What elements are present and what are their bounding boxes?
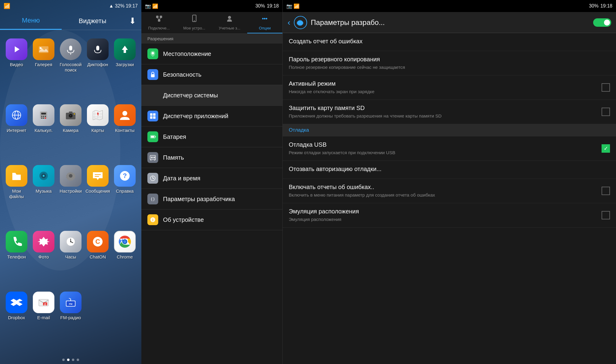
app-icon-chrome [114,231,136,252]
app-label-dropbox: Dropbox [8,315,25,320]
app-calculator[interactable]: Калькул. [30,102,57,162]
status-left: 📶 [4,3,10,9]
dev-option-backup-password[interactable]: Пароль резервного копирования Полное рез… [283,51,616,75]
app-internet[interactable]: Интернет [3,102,30,162]
app-voice-search[interactable]: Голосовой поиск [57,36,84,102]
app-gallery[interactable]: Галерея [30,36,57,102]
svg-rect-71 [151,74,155,77]
tab-menu[interactable]: Меню [0,12,62,30]
settings-item-app-manager-label: Диспетчер приложений [163,113,228,120]
app-dropbox[interactable]: Dropbox [3,289,30,350]
svg-marker-7 [122,46,128,53]
app-label-dictaphone: Диктофон [87,62,108,67]
svg-text:{}: {} [150,197,155,201]
tab-mydevice[interactable]: Мое устро... [177,12,212,33]
dev-checkbox-location[interactable] [602,211,610,219]
dot-2 [67,359,69,361]
app-email[interactable]: @ E-mail [30,289,57,350]
dev-option-location-emulation[interactable]: Эмуляция расположения Эмуляция расположе… [283,203,616,228]
dot-4 [77,359,79,361]
app-camera[interactable]: Камера [57,102,84,162]
app-label-fmradio: FM-радио [60,315,81,320]
dev-option-revoke-auth[interactable]: Отозвать авторизацию отладки... [283,161,616,179]
dot-3 [72,359,74,361]
tab-connections[interactable]: Подключе... [141,12,177,33]
dev-option-protect-title: Защитить карту памяти SD [289,105,598,112]
dev-checkbox-errors[interactable] [602,187,610,195]
svg-point-65 [194,20,195,21]
settings-item-datetime[interactable]: Дата и время [141,168,282,189]
app-contacts[interactable]: Контакты [111,102,138,162]
dev-status-bar: 📷 📶 30% 19:18 [283,0,616,12]
datetime-icon [147,173,158,184]
app-messages[interactable]: Сообщения [84,163,111,228]
settings-section-header: Разрешения [141,34,282,44]
status-time: 19:17 [126,3,138,9]
svg-rect-23 [69,112,72,113]
settings-item-about-label: Об устройстве [163,216,204,223]
settings-item-developer[interactable]: {} Параметры разработчика [141,189,282,210]
app-icon-internet [6,104,27,126]
app-maps[interactable]: Карты [84,102,111,162]
app-chrome[interactable]: Chrome [111,228,138,289]
download-tab-btn[interactable]: ⬇ [123,16,141,26]
signal-icon: ▲ [109,3,114,9]
system-manager-icon [147,90,158,101]
app-chaton[interactable]: C ChatON [84,228,111,289]
app-music[interactable]: Музыка [30,163,57,228]
settings-status-bar: 📷 📶 30% 19:18 [141,0,282,12]
dev-option-usb-debug[interactable]: Отладка USB Режим отладки запускается пр… [283,136,616,161]
screenshot-icon: 📷 [145,4,151,9]
dev-option-protect-sd[interactable]: Защитить карту памяти SD Приложения долж… [283,100,616,124]
app-dictaphone[interactable]: Диктофон [84,36,111,102]
home-status-bar: 📶 ▲ 32% 19:17 [0,0,141,12]
svg-point-66 [228,16,231,19]
dev-option-enable-errors[interactable]: Включать отчеты об ошибках.. Включить в … [283,179,616,203]
tab-options-label: Опции [259,26,271,30]
dev-option-backup-title: Пароль резервного копирования [289,56,610,63]
settings-item-system-manager[interactable]: Диспетчер системы [141,85,282,106]
app-fmradio[interactable]: FM FM-радио [57,289,84,350]
developer-icon: {} [147,194,158,204]
dev-option-active-mode[interactable]: Активный режим Никогда не отключать экра… [283,75,616,100]
app-help[interactable]: ? Справка [111,163,138,228]
app-label-maps: Карты [91,128,104,133]
settings-wifi-icon: 📶 [152,4,158,9]
app-clock[interactable]: Часы [57,228,84,289]
app-icon-settings [60,165,82,187]
app-myfiles[interactable]: Мои файлы [3,163,30,228]
svg-rect-4 [69,46,72,50]
app-phone[interactable]: Телефон [3,228,30,289]
back-button[interactable]: ‹ [288,18,290,27]
settings-item-app-manager[interactable]: Диспетчер приложений [141,106,282,127]
settings-item-location[interactable]: Местоположение [141,44,282,64]
svg-rect-72 [150,113,152,116]
app-settings[interactable]: Настройки [57,163,84,228]
dev-toggle-switch[interactable] [593,18,611,27]
settings-item-about[interactable]: i Об устройстве [141,210,282,230]
app-icon-voice [60,38,82,60]
dev-checkbox-active[interactable] [602,83,610,92]
tab-options[interactable]: Опции [247,12,282,33]
dev-option-error-report[interactable]: Создать отчет об ошибках [283,33,616,51]
app-label-email: E-mail [37,315,50,320]
tab-accounts-label: Учетные з... [219,26,240,30]
svg-rect-59 [156,16,159,18]
app-downloads[interactable]: Загрузки [111,36,138,102]
svg-rect-12 [41,113,46,115]
app-video[interactable]: Видео [3,36,30,102]
dev-checkbox-protect[interactable] [602,108,610,116]
svg-point-13 [41,116,42,117]
settings-item-memory[interactable]: Память [141,147,282,168]
app-photos[interactable]: Фото [30,228,57,289]
settings-item-battery[interactable]: Батарея [141,127,282,147]
dev-section-debug: Отладка [283,124,616,136]
tab-widgets[interactable]: Виджеты [62,12,123,30]
svg-point-69 [266,18,267,20]
app-icon-downloads [114,38,136,60]
options-icon [260,14,269,25]
dev-checkbox-usb[interactable]: ✓ [602,144,610,153]
svg-line-63 [159,18,161,19]
tab-accounts[interactable]: Учетные з... [212,12,247,33]
settings-item-security[interactable]: Безопасность [141,64,282,85]
